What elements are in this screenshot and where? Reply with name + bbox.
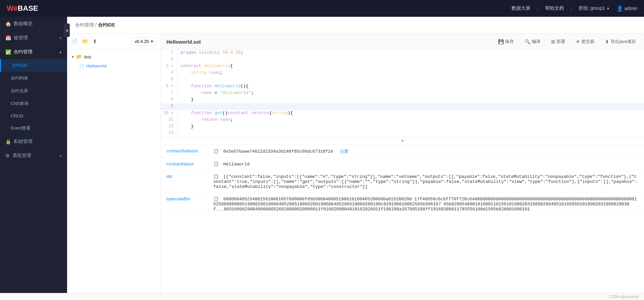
sidebar-label-sys-mgmt: 系统管理 — [12, 153, 31, 159]
line-content-13 — [178, 130, 644, 137]
line-number-13: 13 — [161, 130, 178, 137]
sidebar-item-chain-mgmt[interactable]: 📅 链管理 ∨ — [0, 31, 67, 45]
line-number-5: 5 — [161, 77, 178, 83]
editor-actions: 💾 保存 🔍 编译 ⊞ 部署 ✈ 发交易 — [495, 37, 639, 46]
version-arrow-icon: ▼ — [150, 40, 154, 43]
group-label: 群组: group1 — [579, 5, 605, 11]
compile-label: 编译 — [532, 39, 540, 45]
line-number-7: 7 — [161, 90, 178, 97]
folder-name: test — [84, 54, 91, 59]
compile-icon: 🔍 — [525, 39, 530, 44]
contract-name-text: Helloworld — [223, 162, 250, 167]
contract-address-key: contractAddress — [161, 145, 208, 158]
sidebar-item-cns-query[interactable]: CNS查询 — [0, 97, 67, 110]
lock-icon: 🔒 — [5, 139, 11, 144]
deploy-button[interactable]: ⊞ 部署 — [548, 37, 568, 46]
app-logo: WeBASE — [7, 4, 38, 13]
sidebar-item-contract-warehouse[interactable]: 合约仓库 — [0, 85, 67, 97]
code-line-10: 10 ▾ function get()constant returns(stri… — [161, 110, 644, 117]
line-content-11: return name; — [178, 117, 644, 123]
new-folder-icon[interactable]: 📁 — [82, 38, 89, 45]
export-java-label: 导出java项目 — [610, 39, 636, 45]
code-line-2: 2 — [161, 56, 644, 63]
code-line-9: 9 — [161, 103, 644, 110]
contract-mgmt-arrow-icon: ∧ — [59, 50, 62, 54]
user-menu[interactable]: 👤 admin — [616, 5, 637, 12]
sidebar-item-data-overview[interactable]: 🏠 数据概览 — [0, 17, 67, 31]
footer-text: CSDN @henulmh — [609, 295, 639, 299]
line-content-4: string name; — [178, 70, 644, 77]
breadcrumb-separator: / — [95, 22, 98, 28]
sidebar-item-event-view[interactable]: Event查看 — [0, 122, 67, 135]
abi-copy-icon[interactable]: 📋 — [213, 174, 219, 179]
breadcrumb-parent: 合约管理 — [75, 22, 94, 28]
line-number-10: 10 ▾ — [161, 110, 178, 117]
editor-filename: Helloworld.sol — [166, 39, 201, 45]
export-java-button[interactable]: ⬇ 导出java项目 — [602, 37, 639, 46]
version-selector[interactable]: v0.4.25 ▼ — [131, 37, 157, 46]
upload-icon[interactable]: ⬆ — [93, 38, 97, 45]
file-name: Helloworld — [86, 63, 107, 68]
sidebar-item-sys-mgmt[interactable]: ⚙ 系统管理 ∨ — [0, 149, 67, 163]
file-tree-folder-test[interactable]: ▼ 📂 test — [67, 52, 161, 61]
sidebar: 🏠 数据概览 📅 链管理 ∨ ✅ 合约管理 ∧ 合约IDE 合约列表 合约仓 — [0, 17, 67, 293]
sidebar-item-contract-ide[interactable]: 合约IDE — [0, 59, 67, 72]
save-button[interactable]: 💾 保存 — [495, 37, 517, 46]
sidebar-label-cns-query: CNS查询 — [11, 101, 29, 107]
group-selector[interactable]: 群组: group1 ▼ — [579, 5, 610, 11]
contract-name-copy-icon[interactable]: 📋 — [213, 162, 219, 167]
bytecode-bin-copy-icon[interactable]: 📋 — [213, 197, 219, 202]
sidebar-item-key-mgmt[interactable]: 🔒 私钥管理 — [0, 135, 67, 149]
line-number-6: 6 ▾ — [161, 83, 178, 90]
code-line-4: 4 string name; — [161, 70, 644, 77]
line-content-5 — [178, 77, 644, 83]
user-icon: 👤 — [616, 5, 623, 12]
sidebar-item-contract-list[interactable]: 合约列表 — [0, 72, 67, 85]
code-line-12: 12 } — [161, 123, 644, 130]
send-tx-button[interactable]: ✈ 发交易 — [573, 37, 597, 46]
table-row-contract-address: contractAddress 📋 0x5e57baee74612d2334a3… — [161, 145, 644, 158]
home-icon: 🏠 — [5, 21, 11, 27]
footer: CSDN @henulmh — [0, 293, 644, 300]
line-content-8: } — [178, 97, 644, 103]
export-java-icon: ⬇ — [605, 39, 609, 44]
line-number-1: 1 — [161, 50, 178, 56]
bottom-panel: ▼ contractAddress 📋 0x5e57baee74612d2334… — [161, 137, 644, 224]
file-tree-panel: 📄 📁 ⬆ v0.4.25 ▼ ▼ 📂 test 📄 — [67, 34, 161, 293]
line-content-9 — [178, 103, 644, 110]
sidebar-item-contract-mgmt-left: ✅ 合约管理 — [5, 49, 33, 55]
top-nav-right: 数据大屏 | 帮助文档 | 群组: group1 ▼ 👤 admin — [512, 5, 637, 12]
compile-button[interactable]: 🔍 编译 — [522, 37, 543, 46]
register-link[interactable]: 注册 — [340, 149, 348, 154]
bytecode-bin-value: 📋 6080604052348015610001057600080fd5b506… — [208, 193, 644, 215]
editor-panel: Helloworld.sol 💾 保存 🔍 编译 ⊞ 部署 — [161, 34, 644, 293]
code-line-1: 1 pragma solidity ^0.4.25; — [161, 50, 644, 56]
deploy-icon: ⊞ — [551, 39, 555, 44]
table-row-abi: abi 📋 [{"constant":false,"inputs":[{"nam… — [161, 170, 644, 193]
line-content-2 — [178, 56, 644, 63]
data-dashboard-link[interactable]: 数据大屏 — [512, 5, 530, 11]
top-navigation: WeBASE 数据大屏 | 帮助文档 | 群组: group1 ▼ 👤 admi… — [0, 0, 644, 17]
file-tree-file-helloworld[interactable]: 📄 Helloworld — [67, 61, 161, 70]
new-file-icon[interactable]: 📄 — [71, 38, 78, 45]
abi-text: [{"constant":false,"inputs":[{"name":"n"… — [213, 174, 637, 189]
code-editor[interactable]: 1 pragma solidity ^0.4.25; 2 3 ▾ contrac… — [161, 50, 644, 137]
bytecode-bin-text: 6080604052348015610001057600080fd5b50604… — [213, 197, 637, 212]
code-line-11: 11 return name; — [161, 117, 644, 123]
gear-icon: ⚙ — [5, 153, 10, 158]
sidebar-collapse-button[interactable]: ◀ — [64, 23, 70, 37]
line-content-12: } — [178, 123, 644, 130]
sidebar-item-contract-mgmt[interactable]: ✅ 合约管理 ∧ — [0, 45, 67, 59]
user-label: admin — [625, 6, 637, 11]
help-docs-link[interactable]: 帮助文档 — [545, 5, 564, 11]
chain-icon: 📅 — [5, 35, 11, 41]
contract-address-copy-icon[interactable]: 📋 — [213, 149, 219, 154]
table-row-contract-name: contractName 📋 Helloworld — [161, 158, 644, 170]
bottom-panel-toggle[interactable]: ▼ — [161, 137, 644, 145]
contract-address-value: 📋 0x5e57baee74612d2334a3d148f65c66dc6731… — [208, 145, 644, 158]
sidebar-item-crud[interactable]: CRUD — [0, 110, 67, 122]
sidebar-label-chain-mgmt: 链管理 — [14, 35, 28, 41]
content-area: 合约管理 / 合约IDE 📄 📁 ⬆ v0.4.25 ▼ — [67, 17, 644, 293]
table-row-bytecode-bin: bytecodeBin 📋 60806040523480156100010576… — [161, 193, 644, 215]
line-number-11: 11 — [161, 117, 178, 123]
